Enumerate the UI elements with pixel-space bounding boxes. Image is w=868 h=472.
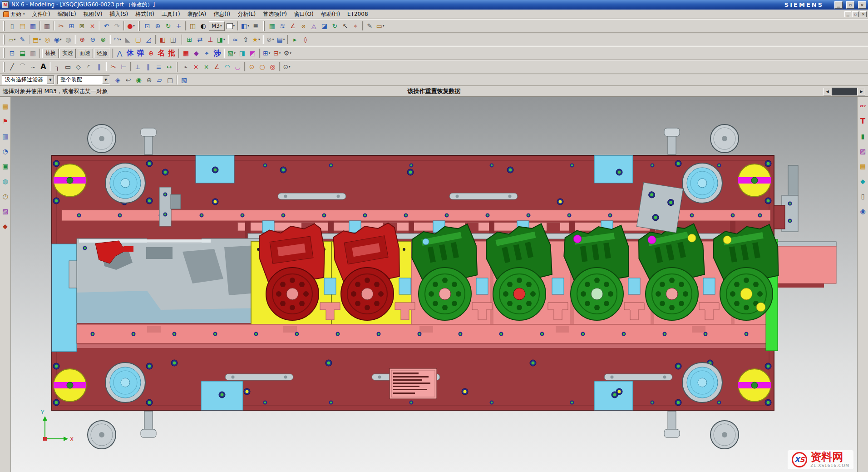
- more-curves-dropdown[interactable]: ⊙▾: [281, 61, 292, 72]
- arc-cyan-button[interactable]: ◠: [222, 61, 232, 72]
- rotate-view-button[interactable]: ↻: [163, 20, 173, 31]
- background-color-dropdown[interactable]: ▾: [225, 20, 237, 31]
- sequence-button[interactable]: ▸: [290, 34, 300, 45]
- scroll-track[interactable]: [832, 88, 857, 95]
- interference-button[interactable]: 涉: [212, 48, 222, 59]
- equal-constraint-button[interactable]: ≡: [153, 61, 164, 72]
- dropdown-arrow-icon[interactable]: ▼: [102, 76, 109, 84]
- draft-button[interactable]: ◿: [143, 34, 154, 45]
- strip-exit-extension[interactable]: [774, 242, 836, 288]
- extend-curve-button[interactable]: ⊢: [118, 61, 129, 72]
- menu-tools[interactable]: 工具(T): [158, 10, 184, 19]
- revolve-button[interactable]: ◎: [42, 34, 53, 45]
- menu-view[interactable]: 视图(V): [80, 10, 106, 19]
- clearance-analysis-button[interactable]: ◊: [300, 34, 311, 45]
- strip-layout-button[interactable]: ⬓: [17, 48, 28, 59]
- red-grid-button[interactable]: ▦: [181, 48, 191, 59]
- wireframe-button[interactable]: ◫: [187, 20, 198, 31]
- sheet-icon[interactable]: ▤: [858, 162, 868, 171]
- copy-button[interactable]: ⊞: [66, 20, 77, 31]
- scroll-left-button[interactable]: ◀: [824, 88, 831, 95]
- arrangements-dropdown[interactable]: ▤▾: [276, 34, 286, 45]
- solid-transparency-button[interactable]: 实透: [59, 49, 76, 58]
- intersect-button[interactable]: ⊗: [98, 34, 108, 45]
- gear-dropdown[interactable]: ⚙▾: [282, 48, 293, 59]
- green-bar-icon[interactable]: ▮: [858, 132, 868, 141]
- wave-link-button[interactable]: ◬: [309, 20, 319, 31]
- grid-minus-dropdown[interactable]: ⊟▾: [272, 48, 282, 59]
- scroll-right-button[interactable]: ▶: [858, 88, 865, 95]
- part-navigator-icon[interactable]: ▥: [1, 132, 10, 141]
- die-assembly-model[interactable]: Y X: [11, 97, 857, 472]
- replace-button[interactable]: 替换: [42, 49, 59, 58]
- right-edge-bracket[interactable]: [774, 165, 798, 232]
- reports-button[interactable]: ≋: [277, 20, 288, 31]
- exploded-view-dropdown[interactable]: ★▾: [251, 34, 261, 45]
- add-component-button[interactable]: ⊞: [184, 34, 195, 45]
- cut-button[interactable]: ✂: [56, 20, 66, 31]
- line-button[interactable]: ╱: [7, 61, 17, 72]
- dashed-line-button[interactable]: ⌁: [180, 61, 191, 72]
- undo-selection-button[interactable]: ↩: [123, 75, 133, 85]
- suppress-dropdown[interactable]: ⊘▾: [265, 34, 276, 45]
- menu-window[interactable]: 窗口(O): [291, 10, 317, 19]
- arc-magenta-button[interactable]: ◡: [232, 61, 243, 72]
- perpendicular-constraint-button[interactable]: ⟂: [133, 61, 143, 72]
- menu-information[interactable]: 信息(I): [210, 10, 234, 19]
- assembly-navigator-icon[interactable]: ▤: [1, 102, 10, 111]
- menu-insert[interactable]: 插入(S): [106, 10, 132, 19]
- quick-trim-button[interactable]: ✂: [108, 61, 118, 72]
- grid-plus-dropdown[interactable]: ⊞▾: [261, 48, 272, 59]
- fit-view-button[interactable]: ⊡: [142, 20, 153, 31]
- move-component-button[interactable]: ⇄: [195, 34, 205, 45]
- selection-scope-dropdown[interactable]: 整个装配 ▼: [57, 75, 110, 84]
- update-button[interactable]: ↻: [330, 20, 340, 31]
- rectangle-select-button[interactable]: ▢: [165, 75, 175, 85]
- mdi-restore-button[interactable]: ▫: [852, 11, 859, 17]
- offset-curve-button[interactable]: ∥: [94, 61, 104, 72]
- layer-settings-button[interactable]: ≣: [251, 20, 261, 31]
- angle-button[interactable]: ∠: [212, 61, 222, 72]
- gem-icon[interactable]: ◆: [858, 177, 868, 186]
- key-icon[interactable]: KEY: [858, 102, 868, 111]
- magenta-corner-button[interactable]: ◩: [247, 48, 258, 59]
- text-note-icon[interactable]: T: [858, 117, 868, 126]
- command-dot-dropdown[interactable]: ●▾: [126, 20, 136, 31]
- reuse-library-icon[interactable]: ◔: [1, 147, 10, 156]
- target-circle-button[interactable]: ◎: [267, 61, 278, 72]
- red-target-button[interactable]: ⊕: [146, 48, 156, 59]
- green-block-dropdown[interactable]: ▧▾: [226, 48, 237, 59]
- menu-assemblies[interactable]: 装配(A): [184, 10, 210, 19]
- render-style-m3-dropdown[interactable]: M3▾: [209, 21, 225, 31]
- menu-file[interactable]: 文件(F): [29, 10, 54, 19]
- paste-button[interactable]: ⊠: [77, 20, 87, 31]
- boss-button[interactable]: ◍: [63, 34, 74, 45]
- wave-geometry-button[interactable]: ≈: [230, 34, 241, 45]
- shaded-view-button[interactable]: ◐: [198, 20, 208, 31]
- point-button[interactable]: ⊙: [247, 61, 257, 72]
- datum-plane-dropdown[interactable]: ▱▾: [7, 34, 17, 45]
- polygon-button[interactable]: ◇: [73, 61, 84, 72]
- wave-control-button[interactable]: ⋀: [114, 48, 125, 59]
- delete-button[interactable]: ×: [87, 20, 98, 31]
- edge-blend-dropdown[interactable]: ◠▾: [112, 34, 123, 45]
- mdi-close-button[interactable]: ×: [860, 11, 867, 17]
- lower-lifter-rail[interactable]: [77, 324, 770, 348]
- cube-view-button[interactable]: ▧: [179, 75, 189, 85]
- unite-button[interactable]: ⊕: [77, 34, 88, 45]
- face-transparency-button[interactable]: 面透: [77, 49, 93, 58]
- rectangle-button[interactable]: ▭: [63, 61, 73, 72]
- circle-button[interactable]: ○: [257, 61, 267, 72]
- spline-button[interactable]: ∼: [28, 61, 38, 72]
- hd3d-icon[interactable]: ▣: [1, 162, 10, 171]
- menu-edit[interactable]: 编辑(E): [54, 10, 80, 19]
- menu-format[interactable]: 格式(R): [132, 10, 158, 19]
- new-part-button[interactable]: ▯: [7, 20, 17, 31]
- menu-help[interactable]: 帮助(H): [317, 10, 344, 19]
- spring-tool-button[interactable]: 弹: [135, 48, 146, 59]
- pan-view-button[interactable]: +: [173, 20, 184, 31]
- print-button[interactable]: ▥: [42, 20, 52, 31]
- promote-body-button[interactable]: ⇧: [241, 34, 251, 45]
- sketch-button[interactable]: ✎: [17, 34, 28, 45]
- red-x-button[interactable]: ×: [191, 61, 201, 72]
